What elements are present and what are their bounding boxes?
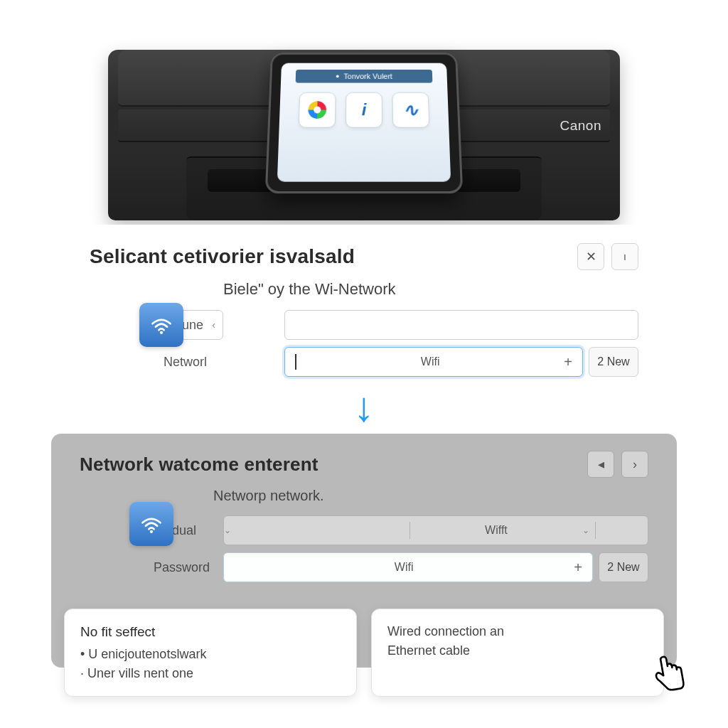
chevron-down-icon[interactable]: ⌄ [582,525,595,535]
svg-point-0 [160,331,163,334]
card-left-line1: • U enicjoutenotslwark [80,645,341,664]
option-card-wired[interactable]: Wired connection an Ethernet cable [371,609,664,697]
chevron-down-icon[interactable]: ⌄ [224,525,237,535]
card-right-line2: Ethernet cable [387,641,648,660]
wifi-icon[interactable]: i [346,92,382,128]
svg-point-1 [150,530,153,533]
new-button[interactable]: 2 New [589,347,638,377]
signal-icon[interactable]: ∿ [392,92,429,128]
card-right-line1: Wired connection an [387,622,648,641]
printer-brand-label: Canon [560,118,602,134]
printer-screen-icons: i ∿ [299,92,430,128]
network-label: Networl [164,355,279,370]
chevron-left-icon[interactable]: ‹ [212,319,215,331]
add-network-icon[interactable]: + [564,354,572,370]
network-value: Wifi [421,355,440,368]
password-label: Password [154,560,218,575]
printer-screen-title: Tonvork Vulert [296,70,433,83]
printer-illustration: Canon Tonvork Vulert i ∿ [108,21,620,220]
printer-screen: Tonvork Vulert i ∿ [277,63,451,182]
connection-options: No fit seffect • U enicjoutenotslwark · … [64,609,664,697]
close-button[interactable]: ✕ [577,243,604,270]
palette-icon[interactable] [299,92,336,128]
add-icon[interactable]: + [574,560,582,576]
wifi-badge-icon [139,303,183,347]
panel2-title: Network watcome enterent [80,454,318,476]
network-select[interactable]: Wifi + [284,347,583,377]
flow-arrow-icon: ↓ [354,382,375,430]
card-left-line2: · Uner vills nent one [80,664,341,683]
new-button[interactable]: 2 New [599,552,648,582]
chevron-right-icon: › [633,457,637,472]
prev-button[interactable]: ◂ [587,451,614,478]
chevron-left-icon: ◂ [598,456,604,472]
printer-touchscreen[interactable]: Tonvork Vulert i ∿ [265,53,464,193]
option-card-troubleshoot[interactable]: No fit seffect • U enicjoutenotslwark · … [64,609,357,697]
panel2-subtitle: Networp network. [213,488,648,504]
next-button[interactable]: › [621,451,648,478]
aladual-field[interactable]: ⌄ Wifft ⌄ [223,515,648,545]
wifi-badge-icon [129,502,173,546]
password-input[interactable]: Wifi + [223,552,593,582]
password-value: Wifi [395,561,414,574]
panel1-title: Selicant cetivorier isvalsald [90,245,355,268]
close-icon: ✕ [586,249,596,264]
text-cursor [295,354,296,370]
info-icon: ı [623,251,626,262]
flune-value-input[interactable] [284,310,638,340]
panel1-subtitle: Biele" oy the Wi-Network [223,280,638,299]
card-left-title: No fit seffect [80,622,341,643]
aladual-mid-value: Wifft [410,524,583,537]
help-button[interactable]: ı [611,243,638,270]
